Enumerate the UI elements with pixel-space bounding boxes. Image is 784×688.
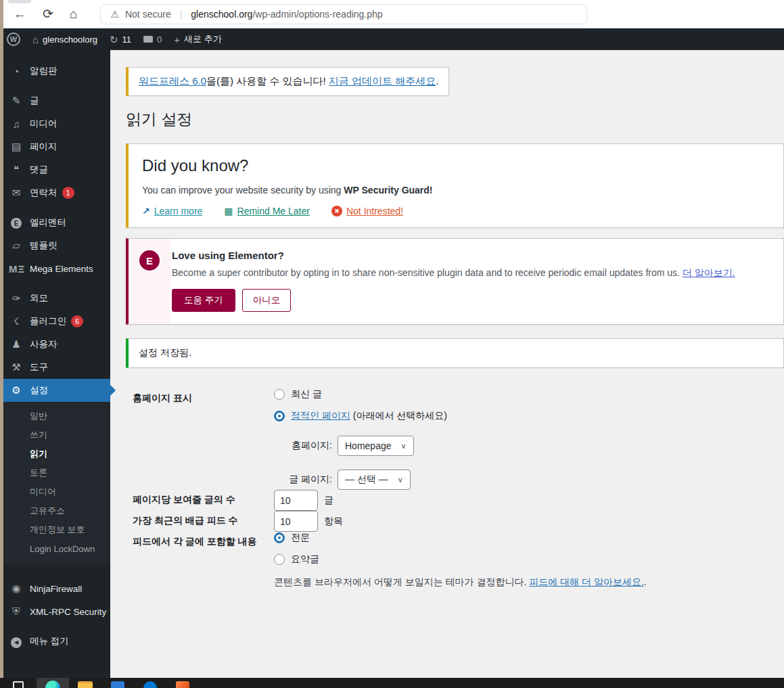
sidebar-item-label: 도구 <box>30 361 48 373</box>
sidebar-item-appearance[interactable]: ✑ 외모 <box>0 287 110 310</box>
taskbar-app-button-2[interactable] <box>134 678 166 688</box>
settings-saved-text: 설정 저장됨. <box>139 347 191 358</box>
wp-admin-bar: W ⌂ glenschoolorg ↻ 11 0 + 새로 추가 <box>0 28 784 50</box>
url: glenschool.org/wp-admin/options-reading.… <box>191 9 382 20</box>
taskbar-language-button[interactable] <box>0 678 37 688</box>
submenu-item-login-lockdown[interactable]: Login LockDown <box>0 539 110 558</box>
chevron-down-icon: ∨ <box>398 476 403 484</box>
mail-icon: ✉ <box>9 187 24 199</box>
taskbar-app-button-3[interactable] <box>166 678 199 688</box>
feed-items-input[interactable] <box>274 511 318 532</box>
submenu-item-permalinks[interactable]: 고유주소 <box>0 501 110 520</box>
settings-submenu: 일반 쓰기 읽기 토론 미디어 고유주소 개인정보 보호 Login LockD… <box>0 402 110 565</box>
pushpin-icon: ✎ <box>9 95 24 107</box>
static-page-link[interactable]: 정적인 페이지 <box>291 410 350 421</box>
elementor-logo-column: E <box>129 239 170 324</box>
summary-label: 요약글 <box>291 553 319 566</box>
posts-page-select[interactable]: — 선택 — ∨ <box>338 469 411 490</box>
elementor-notice-title: Love using Elementor? <box>172 250 735 261</box>
wordpress-version-link[interactable]: 워드프레스 6.0 <box>139 75 206 87</box>
reload-button[interactable]: ⟳ <box>43 7 53 20</box>
taskbar-edge-button[interactable] <box>37 678 69 688</box>
submenu-item-writing[interactable]: 쓰기 <box>0 426 110 444</box>
not-interested-link[interactable]: ✖ Not Intrested! <box>331 206 403 216</box>
sidebar-item-posts[interactable]: ✎ 글 <box>0 89 110 112</box>
front-page-label: 홈페이지 표시 <box>133 388 268 490</box>
wp-logo-menu[interactable]: W <box>7 32 20 46</box>
sidebar-item-templates[interactable]: ▱ 템플릿 <box>0 234 110 257</box>
back-button[interactable]: ← <box>14 7 26 20</box>
chevron-down-icon: ∨ <box>401 442 407 451</box>
sidebar-item-label: 템플릿 <box>30 239 57 252</box>
submenu-item-general[interactable]: 일반 <box>0 407 110 426</box>
static-page-radio[interactable] <box>274 411 285 421</box>
sidebar-item-pages[interactable]: ▤ 페이지 <box>0 135 110 158</box>
summary-radio[interactable] <box>274 554 285 565</box>
elementor-notice-text: Become a super contributor by opting in … <box>172 267 683 278</box>
taskbar-explorer-button[interactable] <box>69 678 101 688</box>
latest-posts-radio[interactable] <box>274 389 285 400</box>
sidebar-item-users[interactable]: ♟ 사용자 <box>0 333 110 356</box>
sidebar-item-media[interactable]: ♫ 미디어 <box>0 112 110 135</box>
feed-content-label: 피드에서 각 글에 포함할 내용 <box>133 532 268 589</box>
new-content-menu[interactable]: + 새로 추가 <box>174 33 221 45</box>
sidebar-item-comments[interactable]: ❝ 댓글 <box>0 158 110 181</box>
comment-icon: ❝ <box>9 164 24 176</box>
feed-content-row: 피드에서 각 글에 포함할 내용 전문 요약글 콘텐츠를 브라우저에서 어떻게 … <box>133 532 784 589</box>
feed-learn-more-link[interactable]: 피드에 대해 더 알아보세요. <box>529 576 644 587</box>
comments-icon <box>143 36 153 43</box>
sidebar-item-tools[interactable]: ⚒ 도구 <box>0 356 110 379</box>
latest-posts-label: 최신 글 <box>291 388 322 400</box>
user-icon: ♟ <box>9 338 24 350</box>
folder-icon <box>78 681 93 688</box>
url-host: glenschool.org <box>191 9 252 20</box>
address-bar[interactable]: ⚠ Not secure | glenschool.org/wp-admin/o… <box>100 4 587 24</box>
sidebar-item-label: 글 <box>30 95 39 107</box>
help-out-button[interactable]: 도움 주기 <box>172 289 235 312</box>
submenu-item-reading[interactable]: 읽기 <box>0 444 110 463</box>
learn-more-link[interactable]: ↗ Learn more <box>142 206 202 216</box>
posts-per-page-input[interactable] <box>274 490 318 511</box>
sidebar-item-label: 알림판 <box>30 65 57 77</box>
homepage-select[interactable]: Homepage ∨ <box>338 436 414 456</box>
comments-menu[interactable]: 0 <box>143 35 162 45</box>
sidebar-item-mega-elements[interactable]: MΞ Mega Elements <box>0 257 110 280</box>
sidebar-item-ninjafirewall[interactable]: ◉ NinjaFirewall <box>0 577 110 600</box>
learn-more-elementor-link[interactable]: 더 알아보기. <box>683 267 735 278</box>
sidebar-item-contact[interactable]: ✉ 연락처 1 <box>0 181 110 204</box>
settings-saved-notice: 설정 저장됨. <box>126 338 784 368</box>
did-you-know-bold: WP Security Guard! <box>344 185 432 196</box>
full-text-radio[interactable] <box>274 532 285 543</box>
address-divider: | <box>180 9 183 20</box>
sidebar-item-xmlrpc-security[interactable]: ⛨ XML-RPC Security <box>0 600 110 623</box>
sidebar-item-dashboard[interactable]: ◔ 알림판 <box>0 60 110 83</box>
feed-description: 콘텐츠를 브라우저에서 어떻게 보일지는 테마가 결정합니다. <box>274 576 529 587</box>
sidebar-item-plugins[interactable]: ☇ 플러그인 6 <box>0 310 110 333</box>
no-button[interactable]: 아니오 <box>242 289 292 312</box>
feed-description-period: . <box>644 576 647 587</box>
submenu-item-discussion[interactable]: 토론 <box>0 463 110 482</box>
new-label: 새로 추가 <box>184 33 222 45</box>
dismiss-icon: ✖ <box>331 206 342 216</box>
remind-me-later-label: Remind Me Later <box>237 206 310 216</box>
sidebar-item-label: 미디어 <box>30 118 57 130</box>
red-app-icon <box>176 681 189 688</box>
home-button[interactable]: ⌂ <box>70 7 77 20</box>
site-name-menu[interactable]: ⌂ glenschoolorg <box>32 35 97 45</box>
remind-me-later-link[interactable]: ▦ Remind Me Later <box>224 206 310 216</box>
submenu-item-media[interactable]: 미디어 <box>0 482 110 501</box>
sidebar-item-label: Mega Elements <box>30 264 93 274</box>
submenu-item-privacy[interactable]: 개인정보 보호 <box>0 520 110 539</box>
sidebar-item-label: 댓글 <box>30 164 48 176</box>
sidebar-item-settings[interactable]: ⚙ 설정 <box>0 379 110 402</box>
sidebar-item-elementor[interactable]: E 엘리멘터 <box>0 211 110 234</box>
full-text-label: 전문 <box>291 532 310 544</box>
updates-menu[interactable]: ↻ 11 <box>110 35 131 45</box>
taskbar-app-button[interactable] <box>101 678 134 688</box>
updates-icon: ↻ <box>110 35 118 45</box>
mega-elements-icon: MΞ <box>9 263 24 275</box>
sidebar-item-label: 플러그인 <box>30 315 66 327</box>
window-edge <box>0 0 3 678</box>
collapse-menu-button[interactable]: ◀ 메뉴 접기 <box>0 630 110 653</box>
update-now-link[interactable]: 지금 업데이트 해주세요 <box>329 75 436 87</box>
